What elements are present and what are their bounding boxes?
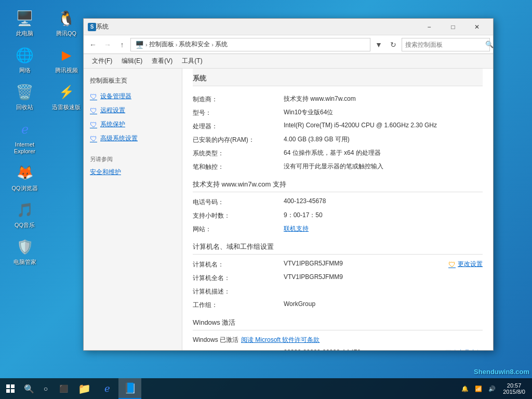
computer-name-label: 计算机名： [193, 260, 284, 269]
website-link[interactable]: 联机支持 [284, 224, 483, 233]
shield-icon-2: 🛡 [90, 107, 97, 115]
product-id-value: 00330-80000-00000-AA478 [284, 349, 436, 350]
top-banner-text: 系统 [193, 74, 206, 82]
computer-name-value: VTV1IPBGR5JFMM9 [284, 260, 448, 267]
close-button[interactable]: ✕ [465, 19, 489, 35]
path-system-security[interactable]: 系统和安全 [179, 40, 210, 49]
sidebar-also-see: 另请参阅 安全和维护 [84, 153, 182, 179]
model-row: 型号： Win10专业版64位 [193, 108, 483, 117]
desktop-icon-network[interactable]: 🌐 网络 [5, 42, 44, 76]
menu-file[interactable]: 文件(F) [88, 55, 116, 67]
search-icon: 🔍 [485, 41, 494, 48]
volume-icon[interactable]: 🔊 [485, 378, 499, 399]
minimize-button[interactable]: − [417, 19, 441, 35]
system-type-label: 系统类型： [193, 149, 284, 158]
path-control-panel[interactable]: 控制面板 [149, 40, 174, 49]
desktop-icon-ie[interactable]: ℯ Internet Explorer [5, 116, 44, 157]
pen-touch-row: 笔和触控： 没有可用于此显示器的笔或触控输入 [193, 162, 483, 171]
recycle-bin-icon: 🗑️ [15, 82, 35, 102]
network-icon[interactable]: 📶 [472, 378, 485, 399]
search-button[interactable]: 🔍 [21, 378, 37, 399]
ram-row: 已安装的内存(RAM)： 4.00 GB (3.89 GB 可用) [193, 135, 483, 144]
cpu-value: Intel(R) Core(TM) i5-4200U CPU @ 1.60GHz… [284, 122, 483, 129]
path-system[interactable]: 系统 [215, 40, 228, 49]
back-button[interactable]: ← [87, 38, 99, 51]
cortana-button[interactable]: ○ [37, 378, 54, 399]
forward-button[interactable]: → [101, 38, 114, 51]
address-dropdown-button[interactable]: ▼ [373, 38, 385, 51]
start-button[interactable] [0, 378, 21, 399]
task-view-button[interactable]: ⬛ [54, 378, 73, 399]
cpu-row: 处理器： Intel(R) Core(TM) i5-4200U CPU @ 1.… [193, 122, 483, 131]
svg-rect-2 [6, 389, 10, 393]
desktop-icon-xunlei[interactable]: ⚡ 迅雷极速版 [47, 79, 86, 113]
top-banner: 系统 [193, 69, 483, 86]
menu-view[interactable]: 查看(V) [148, 55, 177, 67]
window-content: 控制面板主页 🛡 设备管理器 🛡 远程设置 🛡 系统保护 🛡 高级系统设置 [84, 69, 493, 350]
qq-music-label: QQ音乐 [15, 222, 35, 229]
watermark: Shenduwin8.com [474, 368, 529, 376]
system-window: S 系统 − □ ✕ ← → ↑ 🖥️ › 控制面板 › 系统和安全 › 系统 … [83, 18, 494, 351]
phone-label: 电话号码： [193, 197, 284, 207]
support-hours-label: 支持小时数： [193, 211, 284, 220]
up-button[interactable]: ↑ [116, 38, 128, 51]
activation-status: Windows 已激活 阅读 Microsoft 软件许可条款 [193, 336, 320, 344]
pen-touch-label: 笔和触控： [193, 162, 284, 171]
sidebar-system-protection[interactable]: 🛡 系统保护 [84, 117, 182, 131]
desktop-icon-recycle-bin[interactable]: 🗑️ 回收站 [5, 79, 44, 113]
tech-support-title: 技术支持 www.win7w.com 支持 [193, 180, 483, 192]
full-computer-name-row: 计算机全名： VTV1IPBGR5JFMM9 [193, 273, 483, 283]
svg-rect-0 [6, 384, 10, 388]
menu-bar: 文件(F) 编辑(E) 查看(V) 工具(T) [84, 54, 493, 69]
ms-license-link[interactable]: 阅读 Microsoft 软件许可条款 [241, 336, 320, 344]
desktop-icon-qq-browser[interactable]: 🦊 QQ浏览器 [5, 160, 44, 194]
manufacturer-value: 技术支持 www.win7w.com [284, 95, 483, 103]
taskbar-word[interactable]: 📘 [118, 378, 141, 399]
desktop: 🖥️ 此电脑 🐧 腾讯QQ 🌐 网络 ▶ 腾讯视频 🗑️ 回收站 [0, 0, 532, 399]
computer-name-section: 计算机名、域和工作组设置 计算机名： VTV1IPBGR5JFMM9 🛡 更改设… [193, 242, 483, 310]
desktop-icon-qq-music[interactable]: 🎵 QQ音乐 [5, 197, 44, 231]
change-settings-shield-icon: 🛡 [448, 260, 456, 269]
search-box[interactable]: 🔍 [402, 38, 490, 51]
tencent-qq-label: 腾讯QQ [56, 30, 76, 37]
sidebar-security-maintenance[interactable]: 安全和维护 [84, 165, 182, 179]
change-settings-button[interactable]: 🛡 更改设置 [448, 260, 483, 269]
desktop-icon-computer-manager[interactable]: 🛡️ 电脑管家 [5, 234, 44, 268]
basic-info-section: 制造商： 技术支持 www.win7w.com 型号： Win10专业版64位 … [193, 95, 483, 171]
taskbar-pinned-items: 📁 ℯ 📘 [73, 378, 141, 399]
ie-icon: ℯ [15, 119, 35, 140]
computer-name-title: 计算机名、域和工作组设置 [193, 242, 483, 255]
sidebar-device-manager[interactable]: 🛡 设备管理器 [84, 89, 182, 103]
taskbar-file-explorer[interactable]: 📁 [73, 378, 96, 399]
windows-logo-icon [6, 384, 15, 393]
desktop-icon-tencent-video[interactable]: ▶ 腾讯视频 [47, 42, 86, 76]
address-path[interactable]: 🖥️ › 控制面板 › 系统和安全 › 系统 [130, 38, 370, 51]
sidebar-remote-settings[interactable]: 🛡 远程设置 [84, 103, 182, 117]
windows-activation-section: Windows 激活 Windows 已激活 阅读 Microsoft 软件许可… [193, 318, 483, 350]
desktop-icon-tencent-qq[interactable]: 🐧 腾讯QQ [47, 5, 86, 39]
this-pc-label: 此电脑 [16, 30, 33, 37]
change-key-shield-icon: 🛡 [436, 349, 443, 351]
sidebar-advanced-settings[interactable]: 🛡 高级系统设置 [84, 131, 182, 145]
maximize-button[interactable]: □ [441, 19, 465, 35]
menu-tools[interactable]: 工具(T) [178, 55, 206, 67]
system-type-value: 64 位操作系统，基于 x64 的处理器 [284, 149, 483, 157]
cpu-label: 处理器： [193, 122, 284, 131]
xunlei-label: 迅雷极速版 [52, 104, 81, 111]
product-id-label: 产品 ID： [193, 349, 284, 350]
taskbar-ie[interactable]: ℯ [96, 378, 118, 399]
model-value: Win10专业版64位 [284, 108, 483, 117]
tencent-qq-icon: 🐧 [56, 8, 77, 29]
desktop-icon-this-pc[interactable]: 🖥️ 此电脑 [5, 5, 44, 39]
search-input[interactable] [405, 41, 483, 48]
computer-manager-icon: 🛡️ [15, 236, 35, 257]
refresh-button[interactable]: ↻ [387, 38, 400, 51]
recycle-bin-label: 回收站 [16, 104, 33, 111]
system-window-icon: S [88, 23, 96, 31]
window-titlebar: S 系统 − □ ✕ [84, 19, 493, 35]
change-product-key-button[interactable]: 🛡 更改产品密钥 [436, 349, 483, 350]
menu-edit[interactable]: 编辑(E) [117, 55, 147, 67]
system-type-row: 系统类型： 64 位操作系统，基于 x64 的处理器 [193, 149, 483, 158]
taskbar-clock[interactable]: 20:57 2015/8/0 [499, 378, 529, 399]
notification-icon[interactable]: 🔔 [458, 378, 472, 399]
